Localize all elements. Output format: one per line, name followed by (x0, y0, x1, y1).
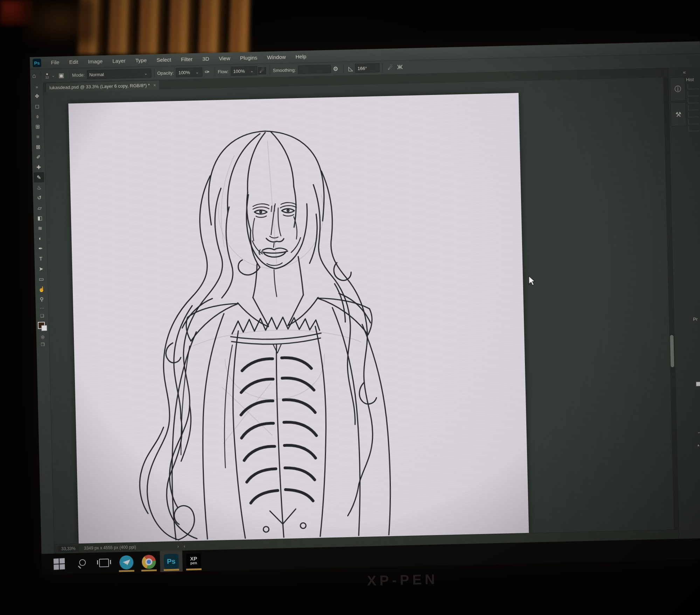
screen-mode-icon[interactable]: ❐ (37, 341, 48, 349)
menu-layer[interactable]: Layer (108, 55, 131, 67)
history-panel-clipped: Hist (686, 77, 700, 131)
eyedropper-tool-button[interactable]: ✐ (33, 152, 44, 162)
menu-file[interactable]: File (46, 56, 64, 69)
canvas-viewport[interactable] (43, 77, 679, 544)
chevron-down-icon[interactable]: ⌄ (697, 429, 700, 434)
artwork-sketch (68, 93, 529, 544)
panel-color-swatch (696, 382, 700, 386)
frame-tool-button[interactable]: ⊠ (33, 142, 44, 152)
tool-presets-panel-icon[interactable]: ⚒ (671, 102, 687, 127)
blend-mode-select[interactable]: Normal ⌄ (87, 69, 152, 79)
task-view-button[interactable] (92, 552, 115, 574)
marquee-tool-button[interactable]: ◻ (32, 101, 43, 111)
scroll-left-icon[interactable]: ‹ (184, 543, 186, 548)
history-state-row[interactable] (688, 126, 699, 131)
background-color-swatch[interactable] (41, 325, 47, 331)
menu-plugins[interactable]: Plugins (235, 52, 262, 64)
smoothing-label: Smoothing: (273, 67, 296, 73)
gear-icon[interactable]: ⚙ (331, 65, 341, 73)
lasso-tool-button[interactable]: ⌽ (32, 111, 43, 122)
telegram-icon (119, 555, 134, 569)
menu-type[interactable]: Type (130, 54, 152, 67)
pen-tool-button[interactable]: ✒ (35, 243, 46, 254)
toolbar-collapse-icon[interactable]: » (32, 83, 42, 91)
menu-view[interactable]: View (214, 52, 235, 64)
taskbar-chrome-button[interactable] (137, 551, 160, 573)
properties-panel-label: Pr (693, 316, 698, 322)
color-swatches[interactable] (38, 322, 47, 331)
xppen-label-top: XP (190, 556, 197, 561)
windows-logo-icon (54, 558, 65, 570)
history-state-row[interactable] (688, 119, 699, 124)
active-app-indicator (119, 570, 134, 572)
dodge-tool-button[interactable]: ◐ (35, 233, 46, 244)
brush-tip-icon: ● (46, 72, 48, 76)
divider (154, 69, 155, 78)
clone-stamp-tool-button[interactable]: ♨ (34, 182, 44, 193)
menu-select[interactable]: Select (152, 54, 176, 66)
flow-select[interactable]: 100% ⌄ (231, 66, 258, 76)
menu-3d[interactable]: 3D (197, 53, 214, 65)
menu-edit[interactable]: Edit (64, 56, 83, 68)
healing-tool-button[interactable]: ✚ (33, 162, 44, 172)
document-area: lukasdead.psd @ 33.3% (Layer 6 copy, RGB… (43, 68, 679, 554)
opacity-label: Opacity: (157, 70, 174, 76)
start-button[interactable] (48, 553, 70, 575)
history-state-row[interactable] (688, 91, 699, 96)
task-view-icon (99, 559, 109, 567)
chevron-down-icon[interactable]: ⌄ (50, 73, 56, 78)
menu-image[interactable]: Image (83, 55, 108, 68)
smudge-tool-button[interactable]: ≋ (35, 223, 46, 233)
taskbar-xppen-button[interactable]: XP pen (182, 550, 205, 572)
divider (41, 71, 41, 80)
history-state-row[interactable] (688, 112, 699, 117)
opacity-select[interactable]: 100% ⌄ (176, 67, 203, 77)
background-wood-glow (25, 0, 95, 42)
brush-angle-input[interactable]: 166° (355, 63, 380, 73)
active-app-indicator (164, 569, 179, 571)
taskbar-telegram-button[interactable] (115, 552, 138, 573)
taskbar-photoshop-button[interactable]: Ps (160, 551, 182, 572)
scroll-right-icon[interactable]: › (177, 544, 179, 549)
airbrush-toggle-icon[interactable]: ☄ (257, 66, 267, 75)
zoom-tool-button[interactable]: ⚲ (36, 294, 47, 305)
brush-settings-panel-icon[interactable]: ▣ (56, 71, 67, 79)
edit-toolbar-icon[interactable]: ⋯ (37, 304, 48, 312)
gradient-tool-button[interactable]: ◧ (34, 213, 45, 223)
history-state-row[interactable] (688, 98, 699, 103)
brush-preset-picker[interactable]: ● 12 (44, 71, 50, 80)
zoom-level-field[interactable]: 33,33% (58, 545, 79, 552)
scrollbar-thumb[interactable] (670, 335, 674, 367)
quick-mask-icon[interactable]: ◎ (37, 333, 48, 341)
flow-value: 100% (233, 68, 245, 74)
menu-help[interactable]: Help (291, 50, 312, 63)
taskbar-search-button[interactable] (70, 553, 93, 574)
history-state-row[interactable] (688, 105, 699, 110)
home-icon[interactable]: ⌂ (30, 72, 38, 80)
eraser-tool-button[interactable]: ▱ (34, 203, 45, 213)
airbrush-icon[interactable]: ☄ (386, 64, 395, 71)
brush-tool-button[interactable]: ✎ (34, 172, 44, 183)
collapse-panels-icon[interactable]: « (668, 69, 700, 75)
crop-tool-button[interactable]: ⌗ (33, 131, 43, 142)
swap-colors-icon[interactable]: ❏ (37, 312, 48, 320)
history-brush-tool-button[interactable]: ↺ (34, 192, 45, 203)
pressure-opacity-icon[interactable]: ✑ (202, 68, 212, 76)
info-panel-icon[interactable]: ⓘ (670, 77, 686, 101)
hand-tool-button[interactable]: ☝ (36, 284, 47, 294)
type-tool-button[interactable]: T (35, 253, 46, 264)
shape-tool-button[interactable]: ▭ (36, 274, 47, 284)
menu-filter[interactable]: Filter (176, 53, 197, 66)
document-tab-title: lukasdead.psd @ 33.3% (Layer 6 copy, RGB… (49, 82, 150, 90)
paint-symmetry-icon[interactable]: Ж (395, 64, 405, 71)
menu-window[interactable]: Window (262, 51, 291, 63)
close-icon[interactable]: × (153, 82, 156, 88)
smoothing-input[interactable] (298, 65, 331, 74)
chevron-up-icon[interactable]: ▴ (697, 443, 699, 447)
canvas[interactable] (68, 93, 529, 544)
path-selection-tool-button[interactable]: ➤ (36, 264, 47, 274)
divider (69, 70, 70, 80)
history-state-row[interactable] (687, 84, 698, 89)
move-tool-button[interactable]: ✥ (32, 91, 42, 101)
object-selection-tool-button[interactable]: ⊞ (32, 121, 43, 132)
